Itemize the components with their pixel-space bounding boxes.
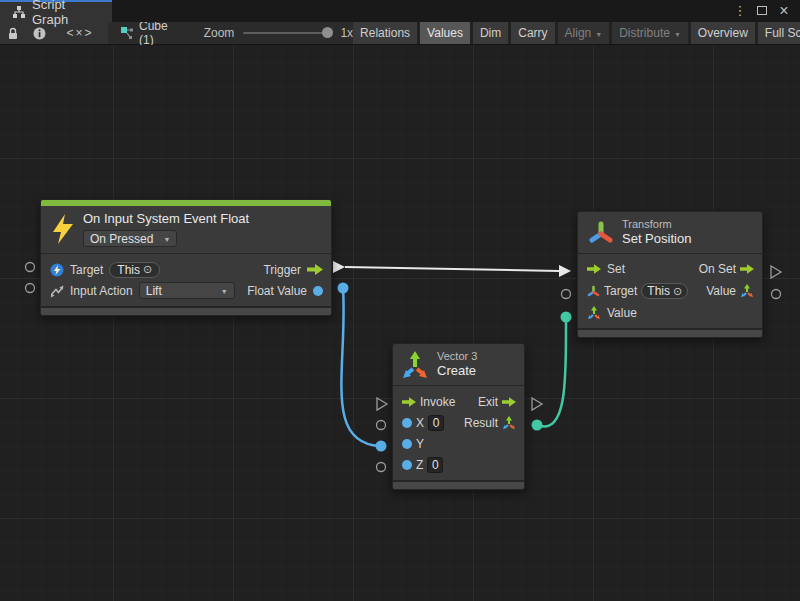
wire-result-to-value[interactable] [537,317,566,427]
tab-label: Script Graph [32,0,102,27]
target-label: Target [604,284,637,298]
vector3-invoke-port[interactable] [377,398,387,410]
zoom-value: 1x [340,26,353,40]
info-icon [33,27,46,40]
target-object-field[interactable]: This ⊙ [109,262,160,278]
event-floatvalue-port[interactable] [338,283,349,294]
wire-floatvalue-to-y[interactable] [341,288,380,446]
transform-value-in-port[interactable] [561,312,572,323]
result-label: Result [464,416,498,430]
window-controls: ⋮ × [732,0,800,22]
node-title: Create [437,363,477,379]
event-trigger-port[interactable] [333,261,345,273]
vector3-mini-icon [587,306,601,320]
values-button[interactable]: Values [420,22,470,44]
z-value-field[interactable]: 0 [427,457,443,473]
row-target-value: Target This ⊙ Value [578,280,762,302]
wire-trigger-to-set[interactable] [333,261,571,277]
node-vector3-create[interactable]: Vector 3 Create Invoke Exit [392,343,525,490]
row-value: Value [578,302,762,324]
lock-button[interactable] [0,22,26,44]
distribute-dropdown[interactable]: Distribute ▼ [612,22,688,44]
row-target: Target This ⊙ Trigger [41,259,331,280]
input-action-dropdown[interactable]: Lift ▼ [139,282,235,299]
event-target-icon [50,263,64,277]
row-invoke-exit: Invoke Exit [393,391,524,412]
row-x-result: X 0 Result [393,412,524,433]
transform-onset-port[interactable] [771,266,781,278]
object-picker-icon[interactable]: ⊙ [673,285,682,298]
set-label: Set [607,262,625,276]
event-inputaction-port[interactable] [26,284,35,293]
vector3-icon [401,351,429,379]
object-picker-icon[interactable]: ⊙ [143,263,152,276]
zoom-label: Zoom [204,26,235,40]
node-title: Set Position [622,231,691,247]
lightning-bolt-icon [51,214,75,244]
x-label: X [416,416,424,430]
value-in-label: Value [607,306,637,320]
chevron-down-icon: ▼ [595,31,602,38]
node-body: Invoke Exit X 0 Result [393,386,524,480]
row-y: Y [393,433,524,454]
vector3-mini-icon [740,284,754,298]
x-value-field[interactable]: 0 [428,415,444,431]
script-graph-window: Script Graph ⋮ × [0,0,800,601]
transform-mini-icon [587,285,600,298]
row-z: Z 0 [393,454,524,475]
trigger-label: Trigger [263,263,301,277]
tab-script-graph[interactable]: Script Graph [0,0,112,22]
z-dot-icon [402,460,412,470]
vector3-y-port[interactable] [376,441,387,452]
tab-bar: Script Graph ⋮ × [0,0,800,22]
node-footer[interactable] [578,328,762,337]
transform-target-port[interactable] [562,290,571,299]
maximize-icon[interactable] [754,1,770,21]
align-dropdown[interactable]: Align ▼ [558,22,610,44]
transform-icon [588,220,614,246]
event-target-port[interactable] [26,263,35,272]
node-subtitle: Vector 3 [437,350,477,363]
menu-icon[interactable]: ⋮ [732,1,748,21]
invoke-label: Invoke [420,395,455,409]
transform-set-port[interactable] [559,265,571,277]
node-body: Target This ⊙ Trigger [41,254,331,306]
node-on-input-system-event-float[interactable]: On Input System Event Float On Pressed ▼ [40,199,332,316]
node-footer[interactable] [41,306,331,315]
transform-value-out-port[interactable] [772,290,781,299]
zoom-control: Zoom 1x [204,22,353,44]
vector3-z-port[interactable] [377,463,386,472]
code-toggle-icon: <×> [66,26,93,40]
zoom-slider-handle[interactable] [322,27,333,38]
zoom-slider[interactable] [243,32,331,34]
vector3-mini-icon [502,416,516,430]
vector3-result-port[interactable] [532,420,543,431]
event-mode-dropdown[interactable]: On Pressed ▼ [83,230,177,247]
node-transform-set-position[interactable]: Transform Set Position Set On Set [577,211,763,338]
breadcrumb[interactable]: Cube (1) [108,22,180,44]
dim-button[interactable]: Dim [473,22,508,44]
y-label: Y [416,437,424,451]
vector3-x-port[interactable] [377,421,386,430]
target-object-field[interactable]: This ⊙ [641,283,688,299]
flow-arrow-icon [587,264,601,274]
flow-arrow-icon [307,264,323,275]
z-label: Z [416,458,423,472]
node-header: Transform Set Position [578,212,762,253]
value-label: Value [706,284,736,298]
overview-button[interactable]: Overview [691,22,755,44]
graph-canvas[interactable]: On Input System Event Float On Pressed ▼ [0,45,800,601]
carry-button[interactable]: Carry [511,22,554,44]
graph-hierarchy-icon [12,5,26,19]
full-screen-button[interactable]: Full Screen [758,22,800,44]
node-title: On Input System Event Float [83,211,249,227]
close-icon[interactable]: × [776,1,792,21]
relations-button[interactable]: Relations [353,22,417,44]
flow-arrow-icon [402,397,416,407]
vector3-exit-port[interactable] [532,398,542,410]
flow-arrow-icon [740,264,754,274]
input-action-icon [50,284,64,298]
on-set-label: On Set [699,262,736,276]
lock-icon [7,27,19,40]
node-footer[interactable] [393,480,524,489]
